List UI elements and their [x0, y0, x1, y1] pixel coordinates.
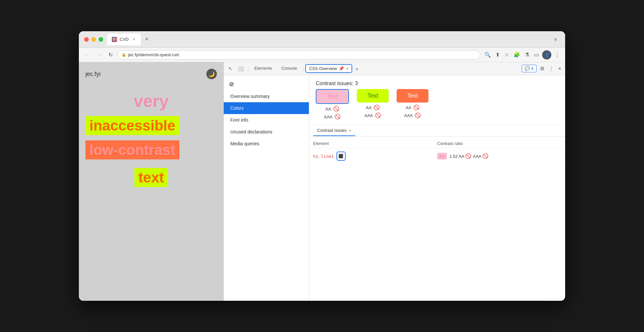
webpage-area: jec.fyi 🌙 very inaccessible low-contrast… [79, 62, 223, 301]
sidebar-item-media-queries[interactable]: Media queries [224, 138, 309, 150]
devtools-close-button[interactable]: × [557, 64, 563, 73]
no-icon-aa-orange: 🚫 [413, 105, 420, 110]
back-button[interactable]: ← [83, 51, 92, 59]
tab-css-overview[interactable]: CSS Overview 📌 × [305, 64, 353, 73]
contrast-issues-header: Contrast issues: 3 [309, 75, 565, 89]
nav-bar: ← → ↻ 🔒 jec.fyi/demo/cds-quest-cvd 🔍 ⬆ ☆… [79, 48, 565, 62]
contrast-card-pink: Text AA 🚫 AAA 🚫 [316, 89, 349, 120]
lock-icon: 🔒 [122, 53, 126, 57]
no-icon-aa-yellow: 🚫 [374, 105, 380, 110]
ratio-aa-icon: 🚫 [465, 153, 473, 159]
back-icon: ← [85, 52, 90, 58]
no-icon-aaa-yellow: 🚫 [375, 112, 381, 118]
word-inaccessible: inaccessible [85, 116, 179, 135]
devtools-toolbar: ↖ ⬜ Elements Console CSS Overview 📌 × [224, 62, 565, 75]
sidebar-button[interactable]: ▭ [533, 50, 540, 59]
no-icon-aaa: 🚫 [334, 114, 341, 120]
minimize-traffic-light[interactable] [91, 37, 96, 42]
devtools-panel: ↖ ⬜ Elements Console CSS Overview 📌 × [223, 62, 565, 301]
tab-css-overview-label: CSS Overview [309, 66, 337, 71]
aa-sample: Aa [437, 153, 447, 159]
contrast-card-yellow-button[interactable]: Text [357, 89, 389, 103]
table-row: h1.line1 ⬛ Aa 1.52 [309, 148, 565, 164]
active-tab[interactable]: 🎨 CVD × [107, 34, 141, 45]
badge-label: 💬 4 [525, 66, 534, 71]
contrast-card-pink-aaa-row: AAA 🚫 [324, 114, 341, 120]
nav-actions: 🔍 ⬆ ☆ 🧩 ⚗ ▭ 👤 ⋮ [483, 50, 561, 59]
column-ratio-header: Contrast ratio [437, 141, 562, 146]
lab-button[interactable]: ⚗ [523, 50, 531, 59]
title-bar: 🎨 CVD × + ∨ [79, 31, 565, 48]
locate-element-button[interactable]: ⬛ [336, 152, 346, 161]
refresh-icon: ↻ [108, 52, 113, 58]
contrast-card-pink-button[interactable]: Text [316, 89, 349, 104]
no-icon-aaa-orange: 🚫 [415, 112, 421, 118]
bookmark-button[interactable]: ☆ [503, 50, 510, 59]
table-header: Element Contrast ratio [309, 139, 565, 148]
devtools-body: ⊘ Overview summary Colors Font info Unus… [224, 75, 565, 301]
contrast-card-orange-aa-row: AA 🚫 [405, 105, 419, 110]
extensions-button[interactable]: 🧩 [512, 50, 521, 59]
element-cell: h1.line1 ⬛ [313, 152, 437, 161]
share-button[interactable]: ⬆ [494, 50, 501, 59]
sidebar-item-unused-declarations[interactable]: Unused declarations [224, 126, 309, 138]
contrast-card-orange: Text AA 🚫 AAA 🚫 [397, 89, 428, 120]
contrast-issues-tab[interactable]: Contrast issues × [313, 125, 355, 136]
sidebar-item-font-info[interactable]: Font info [224, 114, 309, 126]
word-very: very [85, 91, 217, 111]
dark-mode-button[interactable]: 🌙 [206, 69, 217, 79]
devtools-settings-button[interactable]: ⚙ [539, 64, 546, 73]
devtools-inspect-button[interactable]: ↖ [226, 64, 235, 73]
profile-button[interactable]: 👤 [542, 50, 551, 59]
more-devtools-tabs-button[interactable]: » [354, 65, 360, 73]
tab-separator [248, 65, 248, 72]
devtools-right-actions: 💬 4 ⚙ ⋮ × [522, 64, 563, 73]
ratio-aaa-icon: 🚫 [482, 153, 489, 159]
sidebar-item-colors[interactable]: Colors [224, 102, 309, 114]
devtools-bottom-panel: Contrast issues × Element Contrast ratio [309, 125, 565, 301]
contrast-card-pink-aa-row: AA 🚫 [325, 106, 339, 112]
contrast-table: Element Contrast ratio h1.line1 ⬛ [309, 136, 565, 167]
devtools-sidebar: ⊘ Overview summary Colors Font info Unus… [224, 75, 309, 301]
more-tabs-button[interactable]: ∨ [551, 36, 560, 43]
forward-button[interactable]: → [95, 51, 104, 59]
tab-bar: 🎨 CVD × + ∨ [107, 34, 560, 45]
tab-title: CVD [120, 37, 128, 42]
close-traffic-light[interactable] [84, 37, 89, 42]
devtools-device-button[interactable]: ⬜ [236, 64, 246, 73]
contrast-card-orange-aaa-row: AAA 🚫 [404, 112, 421, 118]
contrast-card-yellow: Text AA 🚫 AAA 🚫 [357, 89, 389, 120]
address-bar[interactable]: 🔒 jec.fyi/demo/cds-quest-cvd [117, 50, 480, 59]
sidebar-item-overview-summary[interactable]: Overview summary [224, 90, 309, 102]
word-text: text [134, 168, 168, 187]
contrast-card-orange-button[interactable]: Text [397, 89, 428, 103]
devtools-badge-button[interactable]: 💬 4 [522, 65, 537, 72]
refresh-button[interactable]: ↻ [106, 50, 115, 59]
inspect-icon: ↖ [228, 66, 233, 72]
bottom-tabs: Contrast issues × [309, 125, 565, 136]
maximize-traffic-light[interactable] [99, 37, 103, 42]
no-icon-aa: 🚫 [333, 106, 339, 112]
devtools-main-panel: Contrast issues: 3 Text AA 🚫 [309, 75, 565, 301]
contrast-issues-tab-close[interactable]: × [349, 129, 351, 132]
tab-css-overview-close[interactable]: × [346, 66, 348, 71]
word-low-contrast: low-contrast [85, 140, 179, 159]
traffic-lights [84, 37, 103, 42]
tab-console[interactable]: Console [277, 64, 301, 73]
forward-icon: → [97, 52, 102, 58]
url-text: jec.fyi/demo/cds-quest-cvd [128, 52, 476, 57]
webpage-header: jec.fyi 🌙 [85, 69, 217, 79]
column-element-header: Element [313, 141, 437, 146]
new-tab-button[interactable]: + [142, 35, 151, 44]
search-button[interactable]: 🔍 [483, 50, 492, 59]
element-name: h1.line1 [313, 154, 334, 159]
tab-separator-2 [303, 65, 303, 72]
devtools-more-button[interactable]: ⋮ [548, 65, 555, 73]
main-content: jec.fyi 🌙 very inaccessible low-contrast… [79, 62, 565, 301]
tab-favicon: 🎨 [112, 37, 117, 42]
tab-elements[interactable]: Elements [250, 64, 276, 73]
contrast-cards: Text AA 🚫 AAA 🚫 [309, 89, 565, 125]
ratio-cell: Aa 1.52 AA 🚫 AAA 🚫 [437, 153, 562, 159]
tab-close-button[interactable]: × [131, 37, 136, 42]
more-options-button[interactable]: ⋮ [553, 50, 561, 59]
